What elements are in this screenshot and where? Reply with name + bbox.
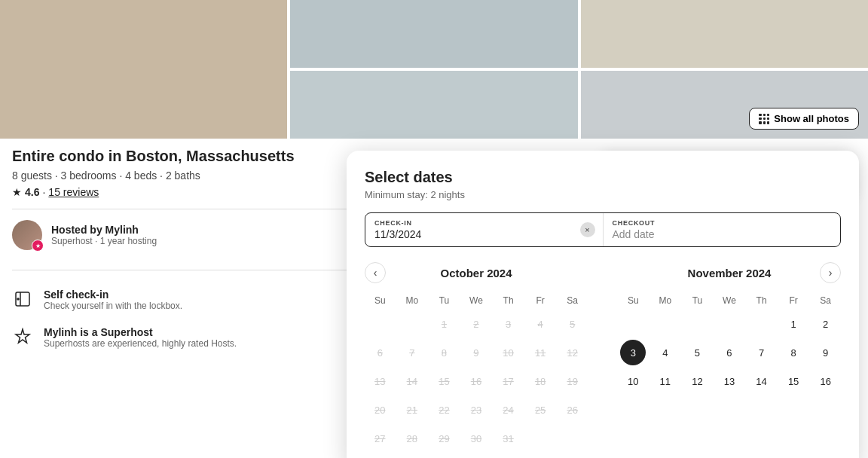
checkout-placeholder: Add date <box>613 228 832 240</box>
host-name: Hosted by Mylinh <box>51 224 157 236</box>
self-checkin-desc: Check yourself in with the lockbox. <box>44 301 182 311</box>
select-dates-title: Select dates <box>365 169 841 186</box>
november-month-label: November 2024 <box>639 267 820 279</box>
min-stay: Minimum stay: 2 nights <box>365 189 841 200</box>
oct-8: 8 <box>431 340 457 356</box>
show-all-photos-button[interactable]: Show all photos <box>749 108 859 130</box>
show-all-label: Show all photos <box>774 113 849 124</box>
reviews-link[interactable]: 15 reviews <box>48 186 99 198</box>
oct-3: 3 <box>496 311 521 337</box>
oct-sa: Sa <box>557 292 588 309</box>
nov-tu: Tu <box>682 292 713 309</box>
grid-icon <box>759 114 769 124</box>
nov-5[interactable]: 5 <box>684 340 710 356</box>
photo-bottom-right: Show all photos <box>581 71 868 139</box>
checkin-field[interactable]: CHECK-IN 11/3/2024 × <box>365 213 604 246</box>
calendar-overlay: Select dates Minimum stay: 2 nights CHEC… <box>347 151 859 356</box>
oct-6: 6 <box>367 340 393 356</box>
nov-9[interactable]: 9 <box>813 340 839 356</box>
main-photo <box>0 0 287 139</box>
oct-12: 12 <box>560 340 585 356</box>
calendars-row: ‹ October 2024 › Su Mo Tu We Th Fr Sa 1 … <box>365 262 841 356</box>
avatar-container: ★ <box>12 220 42 250</box>
superhost-feature-text: Mylinh is a Superhost Superhosts are exp… <box>44 326 237 349</box>
nov-2[interactable]: 2 <box>813 311 839 337</box>
photo-top-right <box>290 0 577 68</box>
october-grid: Su Mo Tu We Th Fr Sa 1 2 3 4 5 6 7 8 9 <box>365 292 588 356</box>
clear-checkin-button[interactable]: × <box>580 222 595 237</box>
oct-10: 10 <box>496 340 521 356</box>
nov-4[interactable]: 4 <box>653 340 678 356</box>
star-icon: ★ <box>12 186 22 198</box>
svg-point-2 <box>17 298 19 300</box>
nov-empty-2 <box>653 311 678 337</box>
oct-we: We <box>461 292 492 309</box>
nov-empty-1 <box>620 311 646 337</box>
oct-empty-1 <box>367 311 393 337</box>
oct-9: 9 <box>463 340 489 356</box>
nov-1[interactable]: 1 <box>781 311 806 337</box>
self-checkin-icon <box>12 289 33 310</box>
oct-7: 7 <box>399 340 425 356</box>
photo-bottom-left <box>290 71 577 139</box>
checkout-label: CHECKOUT <box>613 219 832 227</box>
oct-4: 4 <box>527 311 553 337</box>
dot-separator: · <box>42 186 45 198</box>
nov-mo: Mo <box>650 292 681 309</box>
nov-sa: Sa <box>810 292 841 309</box>
photo-grid: Show all photos <box>0 0 868 136</box>
oct-2: 2 <box>463 311 489 337</box>
rating-value: 4.6 <box>25 186 39 198</box>
nov-empty-4 <box>717 311 742 337</box>
superhost-feature-title: Mylinh is a Superhost <box>44 326 237 338</box>
superhost-feature-desc: Superhosts are experienced, highly rated… <box>44 338 237 349</box>
nov-7[interactable]: 7 <box>749 340 775 356</box>
oct-empty-2 <box>399 311 425 337</box>
checkout-field[interactable]: CHECKOUT Add date <box>604 213 841 246</box>
superhost-badge: ★ <box>32 240 44 252</box>
nov-we: We <box>714 292 745 309</box>
october-month-label: October 2024 <box>386 267 567 279</box>
nov-fr: Fr <box>778 292 809 309</box>
next-month-button[interactable]: › <box>820 262 841 283</box>
oct-th: Th <box>493 292 524 309</box>
nov-6[interactable]: 6 <box>717 340 742 356</box>
nov-8[interactable]: 8 <box>781 340 806 356</box>
self-checkin-text: Self check-in Check yourself in with the… <box>44 289 182 311</box>
nov-th: Th <box>746 292 777 309</box>
prev-month-button[interactable]: ‹ <box>365 262 386 283</box>
host-sub: Superhost · 1 year hosting <box>51 236 157 246</box>
self-checkin-title: Self check-in <box>44 289 182 301</box>
oct-11: 11 <box>527 340 553 356</box>
superhost-feature-icon <box>12 326 33 347</box>
october-header: ‹ October 2024 › <box>365 262 588 283</box>
november-header: ‹ November 2024 › <box>618 262 841 283</box>
checkin-value: 11/3/2024 <box>374 228 594 240</box>
oct-su: Su <box>365 292 396 309</box>
host-info: Hosted by Mylinh Superhost · 1 year host… <box>51 224 157 246</box>
oct-fr: Fr <box>525 292 556 309</box>
oct-5: 5 <box>560 311 585 337</box>
oct-tu: Tu <box>429 292 460 309</box>
nov-su: Su <box>618 292 649 309</box>
checkin-label: CHECK-IN <box>374 219 594 227</box>
november-calendar: ‹ November 2024 › Su Mo Tu We Th Fr Sa 1… <box>618 262 841 356</box>
october-calendar: ‹ October 2024 › Su Mo Tu We Th Fr Sa 1 … <box>365 262 588 356</box>
photo-mid-right <box>581 0 868 68</box>
nov-empty-5 <box>749 311 775 337</box>
date-inputs: CHECK-IN 11/3/2024 × CHECKOUT Add date <box>365 212 841 247</box>
nov-3[interactable]: 3 <box>620 340 646 356</box>
oct-1: 1 <box>431 311 457 337</box>
oct-mo: Mo <box>397 292 428 309</box>
november-grid: Su Mo Tu We Th Fr Sa 1 2 3 4 5 6 <box>618 292 841 356</box>
nov-empty-3 <box>684 311 710 337</box>
